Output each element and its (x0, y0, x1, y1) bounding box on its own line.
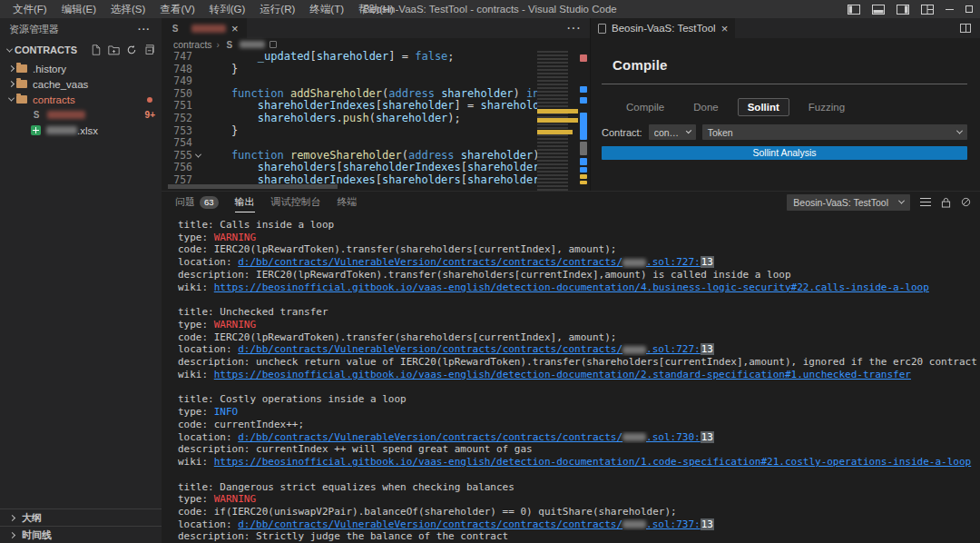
location-column-highlight: 13 (701, 256, 714, 268)
code-line-753[interactable]: 753 } (162, 125, 590, 138)
editor-tab-sol-file[interactable]: S × (162, 18, 247, 38)
split-editor-icon[interactable] (960, 24, 971, 33)
maximize-icon[interactable] (965, 5, 973, 13)
menu-item[interactable]: 选择(S) (103, 1, 152, 18)
finding-title: title: Costly operations inside a loop (178, 393, 980, 406)
redacted-breadcrumb-name (240, 41, 265, 48)
code-line-755[interactable]: 755 function removeShareholder(address s… (162, 150, 590, 163)
finding-type: type: WARNING (178, 319, 980, 331)
refresh-icon[interactable] (126, 44, 137, 55)
compile-heading: Compile (612, 57, 967, 73)
location-link[interactable]: d:/bb/contracts/VulnerableVersion/contra… (238, 256, 700, 268)
breadcrumb-folder[interactable]: contracts (173, 39, 212, 50)
vaas-tab-compile[interactable]: Compile (616, 98, 674, 116)
toggle-panel-icon[interactable] (872, 5, 885, 15)
finding-code: code: currentIndex++; (178, 419, 980, 431)
horizontal-scrollbar[interactable] (168, 184, 338, 189)
clear-output-icon[interactable] (961, 197, 971, 207)
tree-item-redacted-file[interactable]: S9+ (0, 107, 162, 123)
fold-icon[interactable] (192, 150, 204, 163)
new-file-icon[interactable] (91, 44, 102, 55)
explorer-more-icon[interactable]: ··· (138, 24, 151, 35)
code-line-756[interactable]: 756 shareholders[shareholderIndexes[shar… (162, 162, 590, 174)
severity-label: WARNING (214, 232, 256, 243)
menu-item[interactable]: 终端(T) (302, 1, 351, 18)
vaas-tab-fuzzing[interactable]: Fuzzing (799, 98, 855, 116)
wiki-link[interactable]: https://beosinofficial.gitbook.io/vaas-e… (214, 281, 929, 293)
tree-item-cache_vaas[interactable]: cache_vaas (0, 76, 162, 92)
code-line-751[interactable]: 751 shareholderIndexes[shareholder] = sh… (162, 100, 590, 113)
wiki-link[interactable]: https://beosinofficial.gitbook.io/vaas-e… (214, 369, 911, 380)
tree-item-history[interactable]: .history (0, 61, 162, 76)
breadcrumb[interactable]: contracts › S (162, 38, 590, 51)
location-link[interactable]: d:/bb/contracts/VulnerableVersion/contra… (238, 518, 700, 530)
finding-block: title: Unchecked transfertype: WARNINGco… (178, 306, 980, 380)
tree-item-contracts[interactable]: contracts (0, 92, 162, 107)
menu-item[interactable]: 转到(G) (202, 1, 253, 18)
menu-item[interactable]: 编辑(E) (54, 1, 103, 18)
toggle-sidebar-icon[interactable] (848, 5, 860, 15)
customize-layout-icon[interactable] (921, 5, 934, 15)
code-area[interactable]: 747 _updated[shareholder] = false;748 }7… (162, 51, 590, 191)
minimize-icon[interactable] (946, 9, 954, 10)
more-actions-icon[interactable]: ··· (566, 20, 581, 36)
panel-tab[interactable]: 调试控制台 (271, 192, 321, 212)
code-line-748[interactable]: 748 } (162, 64, 590, 76)
wiki-link[interactable]: https://beosinofficial.gitbook.io/vaas-e… (214, 456, 971, 468)
output-filter-icon[interactable] (920, 198, 931, 206)
vaas-tab-done[interactable]: Done (683, 98, 729, 116)
location-column-highlight: 13 (701, 518, 714, 530)
panel-tab[interactable]: 终端 (338, 192, 358, 212)
menu-item[interactable]: 查看(V) (152, 1, 201, 18)
editor-tab-bar: S × ··· (162, 18, 590, 38)
toggle-secondary-sidebar-icon[interactable] (897, 5, 909, 15)
heading-divider (602, 84, 967, 84)
finding-wiki: wiki: https://beosinofficial.gitbook.io/… (178, 369, 980, 381)
redacted-filename (622, 520, 646, 528)
gutter-space (192, 64, 204, 76)
panel-tab-label: 输出 (235, 195, 255, 209)
redacted-filename (191, 25, 226, 33)
menu-item[interactable]: 运行(R) (252, 1, 302, 18)
finding-location: location: d:/bb/contracts/VulnerableVers… (178, 431, 980, 444)
menu-item[interactable]: 文件(F) (5, 1, 54, 18)
location-link[interactable]: d:/bb/contracts/VulnerableVersion/contra… (238, 343, 700, 355)
vaas-tab-sollint[interactable]: Sollint (738, 98, 789, 116)
code-line-752[interactable]: 752 shareholders.push(shareholder); (162, 113, 590, 125)
minimap[interactable] (537, 51, 578, 191)
location-link[interactable]: d:/bb/contracts/VulnerableVersion/contra… (238, 431, 700, 443)
code-line-749[interactable]: 749 (162, 75, 590, 88)
modified-dot-badge (147, 97, 152, 103)
panel-tab[interactable]: 问题63 (175, 192, 219, 212)
line-number: 755 (162, 150, 192, 163)
collapse-all-icon[interactable] (143, 44, 154, 55)
new-folder-icon[interactable] (108, 44, 120, 55)
explorer-section-contracts[interactable]: CONTRACTS (0, 40, 162, 60)
explorer-title: 资源管理器 (9, 23, 59, 36)
output-channel-select[interactable]: Beosin-VaaS: TestTool (787, 194, 910, 211)
tree-item-xlsx[interactable]: .xlsx (0, 123, 162, 138)
sollint-analysis-button[interactable]: Sollint Analysis (602, 146, 967, 160)
vaas-tool-tab[interactable]: Beosin-VaaS: TestTool × (591, 18, 735, 38)
output-log[interactable]: title: Calls inside a looptype: WARNINGc… (162, 212, 980, 543)
finding-type: type: WARNING (178, 232, 980, 244)
close-tab-icon[interactable]: × (231, 23, 239, 35)
contract-scope-select[interactable]: contra... (649, 124, 696, 140)
code-line-754[interactable]: 754 (162, 137, 590, 150)
close-tab-icon[interactable]: × (721, 23, 729, 35)
outline-section[interactable]: 大纲 (0, 508, 162, 526)
vaas-panel-body: Compile CompileDoneSollintFuzzing Contra… (591, 57, 980, 160)
code-line-750[interactable]: 750 function addShareholder(address shar… (162, 88, 590, 101)
explorer-actions (91, 44, 162, 55)
code-text: shareholders.push(shareholder); (205, 113, 461, 125)
finding-type: type: INFO (178, 406, 980, 419)
timeline-section[interactable]: 时间线 (0, 526, 162, 543)
contract-select[interactable]: Token (702, 124, 967, 140)
lock-scroll-icon[interactable] (941, 197, 951, 208)
location-column-highlight: 13 (701, 343, 714, 355)
finding-code: code: if(IERC20(uniswapV2Pair).balanceOf… (178, 506, 980, 518)
line-number: 751 (162, 100, 192, 113)
code-line-747[interactable]: 747 _updated[shareholder] = false; (162, 51, 590, 64)
tree-item-label: contracts (33, 94, 75, 105)
panel-tab[interactable]: 输出 (235, 192, 255, 212)
